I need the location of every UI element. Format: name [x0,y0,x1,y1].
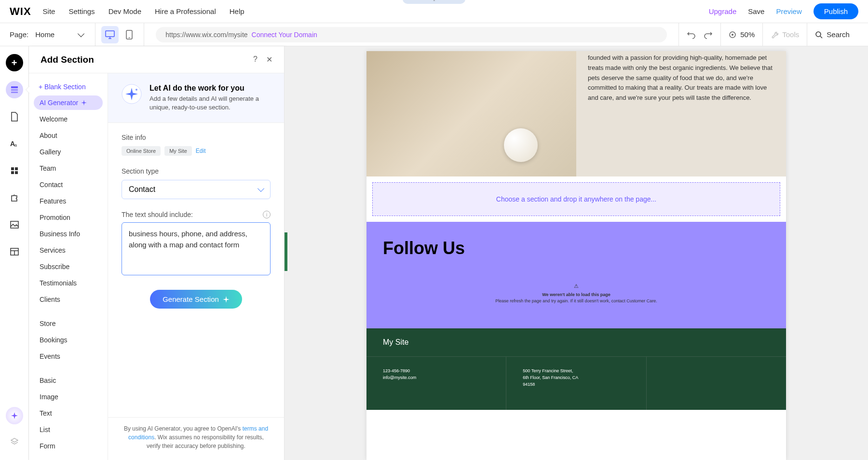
sections-icon [10,85,19,94]
add-section-panel: Add Section ? ✕ + Blank Section AI Gener… [29,46,285,460]
preview-button[interactable]: Preview [776,7,801,15]
layers-button[interactable] [6,433,23,450]
cat-form[interactable]: Form [34,439,103,453]
url-bar[interactable]: https://www.wix.com/mysite Connect Your … [156,27,667,42]
cat-list[interactable]: List [34,422,103,437]
zoom-control[interactable]: 50% [720,23,762,46]
menu-site[interactable]: Site [43,7,55,15]
info-icon[interactable]: i [263,211,271,218]
page-dropdown[interactable]: Home [35,30,88,39]
menu-settings[interactable]: Settings [68,7,95,15]
sections-button[interactable] [6,81,23,98]
upgrade-link[interactable]: Upgrade [709,7,737,15]
wix-logo: WIX [10,5,31,18]
desktop-icon [105,30,115,39]
cat-text[interactable]: Text [34,406,103,420]
search-icon [815,31,823,39]
zoom-target-icon [729,31,736,39]
undo-icon[interactable] [687,30,695,39]
layers-icon [10,437,19,446]
url-text: https://www.wix.com/mysite [165,31,247,39]
media-button[interactable] [6,216,23,233]
add-button[interactable]: + [6,54,23,71]
pages-button[interactable] [6,108,23,125]
cat-about[interactable]: About [34,128,103,143]
hero-text: founded with a passion for providing hig… [576,51,786,176]
svg-rect-14 [11,167,14,170]
follow-us-title: Follow Us [383,238,770,258]
cat-basic[interactable]: Basic [34,373,103,388]
close-icon[interactable]: ✕ [266,55,272,64]
generate-section-button[interactable]: Generate Section [150,290,242,309]
desktop-view-button[interactable] [101,26,119,43]
apps-button[interactable] [6,162,23,179]
cat-subscribe[interactable]: Subscribe [34,259,103,274]
site-canvas[interactable]: founded with a passion for providing hig… [285,46,868,460]
svg-rect-9 [11,86,18,88]
blank-section-button[interactable]: + Blank Section [34,80,103,94]
cat-testimonials[interactable]: Testimonials [34,276,103,290]
cat-image[interactable]: Image [34,390,103,404]
cat-welcome[interactable]: Welcome [34,112,103,126]
page-name: Home [35,30,54,39]
generate-label: Generate Section [163,295,219,303]
search-button[interactable]: Search [807,23,857,46]
svg-rect-18 [11,221,18,228]
connect-domain-link[interactable]: Connect Your Domain [252,31,317,39]
my-business-button[interactable] [6,189,23,206]
edit-siteinfo-link[interactable]: Edit [196,148,206,154]
svg-marker-22 [11,438,18,442]
footer-empty-col [647,357,786,410]
design-button[interactable]: Aa [6,135,23,152]
publish-button[interactable]: Publish [814,3,858,19]
cat-contact[interactable]: Contact [34,177,103,192]
cat-bookings[interactable]: Bookings [34,333,103,347]
chevron-down-icon [78,30,84,37]
intro-title: Let AI do the work for you [149,84,271,93]
ai-prompt-textarea[interactable] [122,222,271,275]
hero-image [366,51,576,176]
ai-assistant-button[interactable] [6,407,23,424]
sectiontype-dropdown[interactable]: Contact [122,180,271,199]
mobile-view-button[interactable] [121,26,138,43]
warning-icon: ⚠ [383,283,770,290]
section-dropzone[interactable]: Choose a section and drop it anywhere on… [372,182,780,216]
svg-rect-11 [11,92,18,93]
window-handle[interactable]: ⌃ [403,0,465,4]
cat-gallery[interactable]: Gallery [34,145,103,159]
cat-promotion[interactable]: Promotion [34,210,103,225]
tag-mysite: My Site [164,146,192,156]
menu-hire[interactable]: Hire a Professional [155,7,216,15]
undo-redo-group [678,23,720,46]
ai-generator-category[interactable]: AI Generator [34,95,103,110]
sectiontype-value: Contact [129,185,155,194]
content-button[interactable] [6,243,23,260]
tools-label: Tools [782,30,799,39]
ai-gen-label: AI Generator [40,99,78,107]
svg-rect-15 [15,167,18,170]
cat-store[interactable]: Store [34,316,103,331]
svg-text:a: a [14,143,17,148]
sparkle-icon [11,412,18,419]
cat-features[interactable]: Features [34,194,103,208]
menu-devmode[interactable]: Dev Mode [108,7,141,15]
svg-rect-16 [11,171,14,174]
siteinfo-label: Site info [122,134,271,141]
zoom-value: 50% [740,30,755,39]
tools-button[interactable]: Tools [762,23,807,46]
help-icon[interactable]: ? [253,55,258,64]
cat-services[interactable]: Services [34,243,103,257]
redo-icon[interactable] [704,30,713,39]
mobile-icon [126,30,133,40]
cat-businessinfo[interactable]: Business Info [34,227,103,241]
menu-help[interactable]: Help [230,7,244,15]
sparkle-small-icon [81,100,87,106]
cat-team[interactable]: Team [34,161,103,176]
puzzle-icon [10,193,19,202]
cat-clients[interactable]: Clients [34,292,103,307]
cat-events[interactable]: Events [34,349,103,364]
wrench-icon [771,31,778,39]
footer-contact-col: 123-456-7890 info@mysite.com [366,357,506,410]
save-button[interactable]: Save [748,7,764,15]
intro-desc: Add a few details and AI will generate a… [149,95,271,112]
